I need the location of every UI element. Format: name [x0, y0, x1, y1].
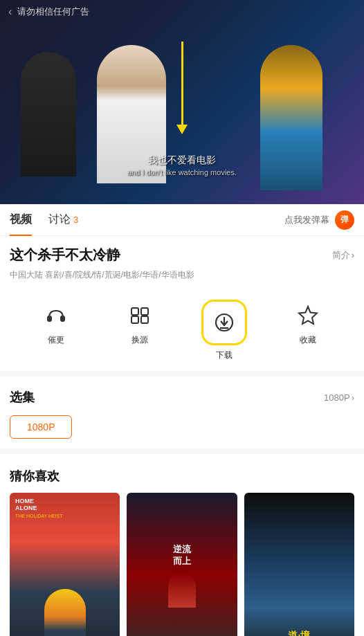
tabs-row: 视频 讨论 3 点我发弹幕 弹: [0, 204, 364, 236]
intro-link[interactable]: 简介 ›: [332, 249, 354, 262]
action-buttons: 催更 换源: [0, 287, 364, 371]
action-favorite[interactable]: 收藏: [266, 300, 351, 361]
thumb-1: 逆流而上: [127, 493, 237, 636]
subtitle-area: 我也不爱看电影 and I don't like watching movies…: [127, 154, 237, 176]
figure-left: [21, 52, 76, 176]
danmu-text-btn[interactable]: 点我发弹幕: [284, 214, 329, 226]
svg-rect-2: [131, 308, 138, 315]
tab-video[interactable]: 视频: [10, 204, 32, 236]
movie-info: 这个杀手不太冷静 简介 › 中国大陆 喜剧/喜/院线/情/荒诞/电影/华语/华语…: [0, 236, 364, 287]
recommend-title: 猜你喜欢: [10, 468, 354, 484]
svg-rect-5: [141, 316, 148, 323]
chevron-right-icon: ›: [352, 250, 354, 260]
episode-list: 1080P: [0, 411, 364, 448]
subtitle-en: and I don't like watching movies.: [127, 168, 237, 176]
arrow-annotation: [176, 42, 188, 134]
recommend-item-2[interactable]: 道·境 此後背後 还有真境 道·境: [244, 493, 354, 636]
figure-right: [260, 45, 322, 190]
star-icon: [293, 300, 323, 330]
favorite-label: 收藏: [300, 334, 316, 346]
action-source[interactable]: 换源: [98, 300, 183, 361]
movie-title: 这个杀手不太冷静: [10, 246, 120, 264]
thumb-0: HOMEALONe THE HOLIDAY HEIST: [10, 493, 120, 636]
movie-tags: 中国大陆 喜剧/喜/院线/情/荒诞/电影/华语/华语电影: [10, 269, 354, 282]
svg-rect-3: [141, 308, 148, 315]
video-player[interactable]: ‹ 请勿相信任何广告 我也不爱看电影 and I don't like watc…: [0, 0, 364, 204]
back-chevron-icon[interactable]: ‹: [8, 6, 12, 18]
svg-rect-0: [48, 316, 51, 321]
svg-marker-11: [299, 307, 317, 324]
svg-rect-1: [61, 316, 64, 321]
thumb-2: 道·境 此後背後 还有真境: [244, 493, 354, 636]
download-label: 下载: [216, 349, 233, 361]
recommend-section: 猜你喜欢 HOMEALONe THE HOLIDAY HEIST HOME AL…: [0, 458, 364, 636]
notice-text: 请勿相信任何广告: [17, 6, 89, 18]
danmu-circle-icon: 弹: [335, 210, 354, 230]
recommend-item-1[interactable]: 逆流而上 逆流而上: [127, 493, 237, 636]
download-highlight-ring: [201, 300, 247, 345]
urge-label: 催更: [48, 334, 64, 346]
discuss-badge: 3: [73, 215, 78, 225]
recommend-grid: HOMEALONe THE HOLIDAY HEIST HOME ALONe T…: [10, 493, 354, 636]
episode-1080p-button[interactable]: 1080P: [10, 415, 72, 439]
action-download-wrapper[interactable]: 下载: [182, 300, 266, 361]
tab-discuss[interactable]: 讨论 3: [48, 204, 78, 236]
subtitle-cn: 我也不爱看电影: [127, 154, 237, 167]
episode-title: 选集: [10, 389, 35, 406]
quality-link[interactable]: 1080P ›: [324, 392, 354, 403]
danmu-icon-button[interactable]: 弹: [335, 210, 354, 230]
headphone-icon: [41, 300, 71, 330]
switch-icon: [125, 300, 155, 330]
recommend-item-0[interactable]: HOMEALONe THE HOLIDAY HEIST HOME ALONe T…: [10, 493, 120, 636]
source-label: 换源: [131, 334, 148, 346]
notice-bar: ‹ 请勿相信任何广告: [0, 6, 364, 18]
svg-rect-4: [131, 316, 138, 323]
chevron-right-icon: ›: [352, 392, 354, 403]
download-icon: [209, 307, 239, 338]
action-urge[interactable]: 催更: [14, 300, 98, 361]
episode-section-header: 选集 1080P ›: [0, 381, 364, 411]
